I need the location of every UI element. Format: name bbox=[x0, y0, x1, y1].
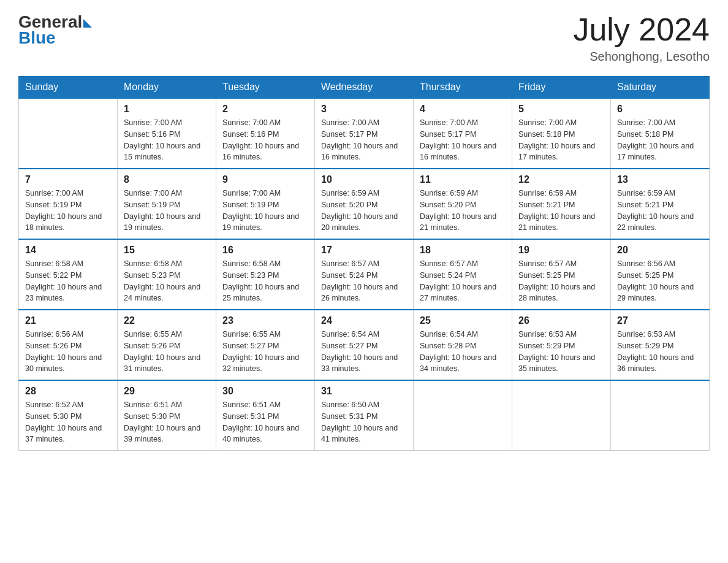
calendar-cell: 20Sunrise: 6:56 AMSunset: 5:25 PMDayligh… bbox=[611, 239, 710, 310]
calendar-cell: 29Sunrise: 6:51 AMSunset: 5:30 PMDayligh… bbox=[118, 380, 216, 451]
day-info: Sunrise: 7:00 AMSunset: 5:16 PMDaylight:… bbox=[124, 117, 210, 163]
day-number: 4 bbox=[420, 104, 506, 115]
day-info: Sunrise: 7:00 AMSunset: 5:19 PMDaylight:… bbox=[25, 188, 111, 234]
title-area: July 2024 Sehonghong, Lesotho bbox=[573, 12, 710, 64]
calendar-cell: 18Sunrise: 6:57 AMSunset: 5:24 PMDayligh… bbox=[414, 239, 512, 310]
day-number: 19 bbox=[518, 245, 604, 256]
day-number: 22 bbox=[124, 315, 210, 326]
day-number: 17 bbox=[321, 245, 407, 256]
day-number: 31 bbox=[321, 386, 407, 397]
day-number: 27 bbox=[617, 315, 703, 326]
calendar-header-tuesday: Tuesday bbox=[216, 77, 315, 99]
calendar-cell: 15Sunrise: 6:58 AMSunset: 5:23 PMDayligh… bbox=[118, 239, 216, 310]
day-info: Sunrise: 6:53 AMSunset: 5:29 PMDaylight:… bbox=[518, 329, 604, 375]
day-number: 10 bbox=[321, 174, 407, 185]
calendar-header-sunday: Sunday bbox=[19, 77, 118, 99]
day-info: Sunrise: 6:56 AMSunset: 5:26 PMDaylight:… bbox=[25, 329, 111, 375]
day-info: Sunrise: 6:59 AMSunset: 5:21 PMDaylight:… bbox=[617, 188, 703, 234]
day-info: Sunrise: 6:58 AMSunset: 5:23 PMDaylight:… bbox=[124, 258, 210, 304]
calendar-cell: 27Sunrise: 6:53 AMSunset: 5:29 PMDayligh… bbox=[611, 310, 710, 380]
logo-blue-text: Blue bbox=[18, 28, 56, 48]
calendar-cell bbox=[512, 380, 611, 451]
day-info: Sunrise: 6:57 AMSunset: 5:25 PMDaylight:… bbox=[518, 258, 604, 304]
day-number: 13 bbox=[617, 174, 703, 185]
day-info: Sunrise: 6:59 AMSunset: 5:20 PMDaylight:… bbox=[420, 188, 506, 234]
day-number: 28 bbox=[25, 386, 111, 397]
day-info: Sunrise: 6:57 AMSunset: 5:24 PMDaylight:… bbox=[321, 258, 407, 304]
day-info: Sunrise: 6:59 AMSunset: 5:20 PMDaylight:… bbox=[321, 188, 407, 234]
calendar-cell: 2Sunrise: 7:00 AMSunset: 5:16 PMDaylight… bbox=[216, 98, 315, 169]
calendar-cell: 17Sunrise: 6:57 AMSunset: 5:24 PMDayligh… bbox=[315, 239, 414, 310]
day-number: 2 bbox=[222, 104, 308, 115]
calendar-week-row-4: 21Sunrise: 6:56 AMSunset: 5:26 PMDayligh… bbox=[19, 310, 710, 380]
calendar-cell: 3Sunrise: 7:00 AMSunset: 5:17 PMDaylight… bbox=[315, 98, 414, 169]
calendar-week-row-3: 14Sunrise: 6:58 AMSunset: 5:22 PMDayligh… bbox=[19, 239, 710, 310]
logo: General Blue bbox=[18, 12, 92, 48]
day-info: Sunrise: 7:00 AMSunset: 5:19 PMDaylight:… bbox=[124, 188, 210, 234]
day-number: 30 bbox=[222, 386, 308, 397]
calendar-table: SundayMondayTuesdayWednesdayThursdayFrid… bbox=[18, 76, 710, 451]
day-info: Sunrise: 7:00 AMSunset: 5:18 PMDaylight:… bbox=[518, 117, 604, 163]
calendar-cell bbox=[414, 380, 512, 451]
day-info: Sunrise: 6:50 AMSunset: 5:31 PMDaylight:… bbox=[321, 399, 407, 445]
month-title: July 2024 bbox=[573, 12, 710, 47]
day-number: 6 bbox=[617, 104, 703, 115]
day-number: 29 bbox=[124, 386, 210, 397]
calendar-cell: 14Sunrise: 6:58 AMSunset: 5:22 PMDayligh… bbox=[19, 239, 118, 310]
calendar-header-row: SundayMondayTuesdayWednesdayThursdayFrid… bbox=[19, 77, 710, 99]
calendar-cell: 31Sunrise: 6:50 AMSunset: 5:31 PMDayligh… bbox=[315, 380, 414, 451]
calendar-cell bbox=[611, 380, 710, 451]
day-info: Sunrise: 7:00 AMSunset: 5:18 PMDaylight:… bbox=[617, 117, 703, 163]
day-number: 16 bbox=[222, 245, 308, 256]
calendar-week-row-2: 7Sunrise: 7:00 AMSunset: 5:19 PMDaylight… bbox=[19, 169, 710, 239]
logo-arrow-icon bbox=[83, 19, 92, 28]
day-number: 15 bbox=[124, 245, 210, 256]
calendar-cell: 13Sunrise: 6:59 AMSunset: 5:21 PMDayligh… bbox=[611, 169, 710, 239]
day-info: Sunrise: 6:51 AMSunset: 5:30 PMDaylight:… bbox=[124, 399, 210, 445]
calendar-cell: 5Sunrise: 7:00 AMSunset: 5:18 PMDaylight… bbox=[512, 98, 611, 169]
day-number: 14 bbox=[25, 245, 111, 256]
day-number: 7 bbox=[25, 174, 111, 185]
day-number: 5 bbox=[518, 104, 604, 115]
day-info: Sunrise: 6:54 AMSunset: 5:28 PMDaylight:… bbox=[420, 329, 506, 375]
day-info: Sunrise: 6:57 AMSunset: 5:24 PMDaylight:… bbox=[420, 258, 506, 304]
day-number: 11 bbox=[420, 174, 506, 185]
day-info: Sunrise: 7:00 AMSunset: 5:19 PMDaylight:… bbox=[222, 188, 308, 234]
day-number: 1 bbox=[124, 104, 210, 115]
day-info: Sunrise: 7:00 AMSunset: 5:17 PMDaylight:… bbox=[321, 117, 407, 163]
calendar-cell: 25Sunrise: 6:54 AMSunset: 5:28 PMDayligh… bbox=[414, 310, 512, 380]
day-info: Sunrise: 6:53 AMSunset: 5:29 PMDaylight:… bbox=[617, 329, 703, 375]
day-info: Sunrise: 7:00 AMSunset: 5:17 PMDaylight:… bbox=[420, 117, 506, 163]
calendar-header-saturday: Saturday bbox=[611, 77, 710, 99]
calendar-cell: 28Sunrise: 6:52 AMSunset: 5:30 PMDayligh… bbox=[19, 380, 118, 451]
page-header: General Blue July 2024 Sehonghong, Lesot… bbox=[18, 12, 710, 64]
day-number: 8 bbox=[124, 174, 210, 185]
calendar-header-thursday: Thursday bbox=[414, 77, 512, 99]
day-number: 23 bbox=[222, 315, 308, 326]
day-info: Sunrise: 7:00 AMSunset: 5:16 PMDaylight:… bbox=[222, 117, 308, 163]
calendar-cell: 30Sunrise: 6:51 AMSunset: 5:31 PMDayligh… bbox=[216, 380, 315, 451]
calendar-cell: 6Sunrise: 7:00 AMSunset: 5:18 PMDaylight… bbox=[611, 98, 710, 169]
day-number: 21 bbox=[25, 315, 111, 326]
calendar-cell: 22Sunrise: 6:55 AMSunset: 5:26 PMDayligh… bbox=[118, 310, 216, 380]
calendar-header-wednesday: Wednesday bbox=[315, 77, 414, 99]
calendar-cell: 21Sunrise: 6:56 AMSunset: 5:26 PMDayligh… bbox=[19, 310, 118, 380]
day-info: Sunrise: 6:55 AMSunset: 5:27 PMDaylight:… bbox=[222, 329, 308, 375]
calendar-cell: 7Sunrise: 7:00 AMSunset: 5:19 PMDaylight… bbox=[19, 169, 118, 239]
calendar-cell: 1Sunrise: 7:00 AMSunset: 5:16 PMDaylight… bbox=[118, 98, 216, 169]
calendar-cell: 12Sunrise: 6:59 AMSunset: 5:21 PMDayligh… bbox=[512, 169, 611, 239]
calendar-cell: 10Sunrise: 6:59 AMSunset: 5:20 PMDayligh… bbox=[315, 169, 414, 239]
calendar-cell: 11Sunrise: 6:59 AMSunset: 5:20 PMDayligh… bbox=[414, 169, 512, 239]
calendar-week-row-5: 28Sunrise: 6:52 AMSunset: 5:30 PMDayligh… bbox=[19, 380, 710, 451]
calendar-cell: 16Sunrise: 6:58 AMSunset: 5:23 PMDayligh… bbox=[216, 239, 315, 310]
day-number: 26 bbox=[518, 315, 604, 326]
calendar-cell: 4Sunrise: 7:00 AMSunset: 5:17 PMDaylight… bbox=[414, 98, 512, 169]
day-number: 12 bbox=[518, 174, 604, 185]
day-number: 20 bbox=[617, 245, 703, 256]
day-number: 18 bbox=[420, 245, 506, 256]
calendar-cell: 24Sunrise: 6:54 AMSunset: 5:27 PMDayligh… bbox=[315, 310, 414, 380]
calendar-cell: 23Sunrise: 6:55 AMSunset: 5:27 PMDayligh… bbox=[216, 310, 315, 380]
calendar-header-monday: Monday bbox=[118, 77, 216, 99]
day-info: Sunrise: 6:55 AMSunset: 5:26 PMDaylight:… bbox=[124, 329, 210, 375]
day-info: Sunrise: 6:56 AMSunset: 5:25 PMDaylight:… bbox=[617, 258, 703, 304]
